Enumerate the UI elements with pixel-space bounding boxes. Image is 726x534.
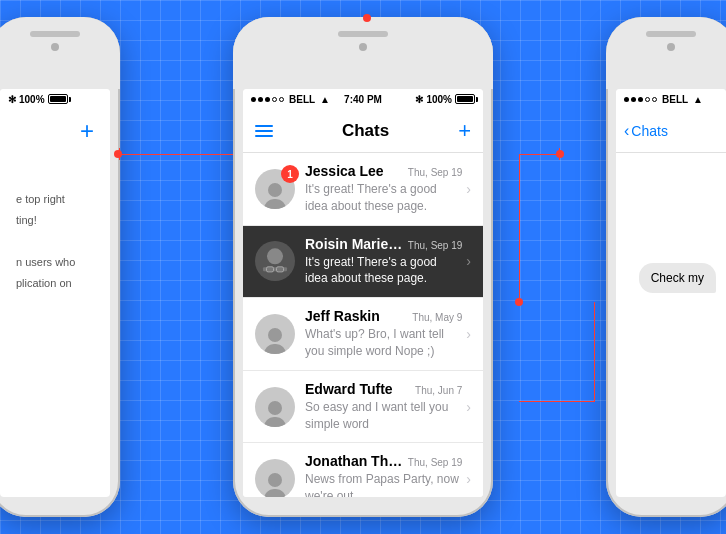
chat-preview-roisin: It's great! There's a good idea about th… (305, 254, 462, 288)
right-camera (667, 43, 675, 51)
annotation-dot-3 (556, 150, 564, 158)
annotation-line-v2 (559, 148, 560, 160)
chevron-right-icon: › (466, 399, 471, 415)
add-chat-button[interactable]: + (458, 118, 471, 144)
chat-item[interactable]: Jeff Raskin Thu, May 9 What's up? Bro, I… (243, 298, 483, 371)
left-status-bar: ✻ 100% (0, 89, 110, 109)
battery-label: 100% (19, 94, 45, 105)
right-status-bar: BELL ▲ (616, 89, 726, 109)
chat-time: Thu, Sep 19 (408, 457, 462, 468)
back-button[interactable]: ‹ Chats (624, 122, 668, 140)
chevron-right-icon: › (466, 181, 471, 197)
annotation-line-v3 (519, 154, 520, 303)
time-label: 7:40 PM (344, 94, 382, 105)
left-description: e top right ting! n users who plication … (16, 189, 75, 293)
battery-pct-center: 100% (426, 94, 452, 105)
right-carrier: BELL (662, 94, 688, 105)
camera (51, 43, 59, 51)
left-phone-screen: ✻ 100% + e top right ting! n users who p… (0, 89, 110, 497)
avatar-roisin (255, 241, 295, 281)
chevron-right-icon: › (466, 253, 471, 269)
battery-icon-center (455, 94, 475, 104)
right-phone-screen: BELL ▲ ‹ Chats Check my (616, 89, 726, 497)
avatar (255, 314, 295, 354)
chat-preview: News from Papas Party, now we're out (305, 471, 462, 497)
nav-title: Chats (342, 121, 389, 141)
back-chevron-icon: ‹ (624, 122, 629, 140)
chat-content: Jessica Lee Thu, Sep 19 It's great! Ther… (305, 163, 462, 215)
bluetooth-icon-center: ✻ (415, 94, 423, 105)
chat-item[interactable]: Roisin Marie Mur... Thu, Sep 19 It's gre… (243, 226, 483, 299)
right-phone: BELL ▲ ‹ Chats Check my (606, 17, 726, 517)
center-speaker (338, 31, 388, 37)
annotation-line-v4 (594, 302, 595, 402)
speaker (30, 31, 80, 37)
chat-name: Jessica Lee (305, 163, 384, 179)
chat-name: Edward Tufte (305, 381, 393, 397)
chat-time-roisin: Thu, Sep 19 (408, 240, 462, 251)
wifi-icon: ▲ (320, 94, 330, 105)
chevron-right-icon: › (466, 471, 471, 487)
avatar (255, 387, 295, 427)
center-phone-screen: BELL ▲ 7:40 PM ✻ 100% Chats + (243, 89, 483, 497)
left-add-button[interactable]: + (80, 117, 94, 145)
carrier-label: BELL (289, 94, 315, 105)
left-phone: ✻ 100% + e top right ting! n users who p… (0, 17, 120, 517)
status-bar: BELL ▲ 7:40 PM ✻ 100% (243, 89, 483, 109)
signal-dots (251, 97, 284, 102)
chat-time: Thu, May 9 (412, 312, 462, 323)
center-camera (359, 43, 367, 51)
back-label: Chats (631, 123, 668, 139)
right-speaker (646, 31, 696, 37)
avatar (255, 459, 295, 497)
chat-content: Jeff Raskin Thu, May 9 What's up? Bro, I… (305, 308, 462, 360)
chat-name: Jonathan Thomas (305, 453, 404, 469)
chat-item[interactable]: Edward Tufte Thu, Jun 7 So easy and I wa… (243, 371, 483, 444)
menu-button[interactable] (255, 125, 273, 137)
chat-content-roisin: Roisin Marie Mur... Thu, Sep 19 It's gre… (305, 236, 462, 288)
chat-time: Thu, Sep 19 (408, 167, 462, 178)
chat-preview: So easy and I want tell you simple word (305, 399, 462, 433)
nav-bar: Chats + (243, 109, 483, 153)
hamburger-line-1 (255, 125, 273, 127)
chat-bubble: Check my (639, 263, 716, 293)
chat-list: 1 Jessica Lee Thu, Sep 19 It's great! Th… (243, 153, 483, 497)
center-phone: BELL ▲ 7:40 PM ✻ 100% Chats + (233, 17, 493, 517)
battery-icon (48, 94, 68, 104)
hamburger-line-2 (255, 130, 273, 132)
annotation-line-h3 (519, 401, 594, 402)
chevron-right-icon: › (466, 326, 471, 342)
chat-name: Jeff Raskin (305, 308, 380, 324)
chat-item[interactable]: Jonathan Thomas Thu, Sep 19 News from Pa… (243, 443, 483, 497)
chat-preview: It's great! There's a good idea about th… (305, 181, 462, 215)
hamburger-line-3 (255, 135, 273, 137)
unread-badge: 1 (281, 165, 299, 183)
right-nav-bar: ‹ Chats (616, 109, 726, 153)
right-signal (624, 97, 657, 102)
right-wifi-icon: ▲ (693, 94, 703, 105)
annotation-line-1 (118, 154, 233, 155)
bluetooth-icon: ✻ (8, 94, 16, 105)
chat-content: Jonathan Thomas Thu, Sep 19 News from Pa… (305, 453, 462, 497)
chat-preview: What's up? Bro, I want tell you simple w… (305, 326, 462, 360)
annotation-line-2 (519, 154, 560, 155)
chat-time: Thu, Jun 7 (415, 385, 462, 396)
chat-item[interactable]: 1 Jessica Lee Thu, Sep 19 It's great! Th… (243, 153, 483, 226)
annotation-dot-4 (515, 298, 523, 306)
chat-content: Edward Tufte Thu, Jun 7 So easy and I wa… (305, 381, 462, 433)
chat-name-roisin: Roisin Marie Mur... (305, 236, 404, 252)
